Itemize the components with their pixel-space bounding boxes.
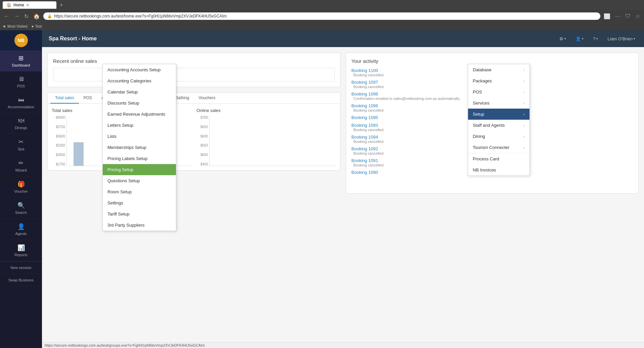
sidebar-item-dashboard[interactable]: ⊞ Dashboard: [0, 50, 42, 72]
sidebar-item-label: Voucher: [14, 189, 28, 193]
user-name-button[interactable]: Liam O'Brien ▾: [605, 35, 637, 43]
star-icon[interactable]: ☆: [634, 12, 641, 20]
dropdown-item-packages[interactable]: Packages ›: [468, 75, 530, 86]
dropdown-item-services[interactable]: Services ›: [468, 98, 530, 109]
sidebar-item-label: Wizard: [15, 168, 27, 172]
sidebar-item-spa[interactable]: ✂ Spa: [0, 134, 42, 155]
help-icon: ?: [593, 36, 595, 41]
submenu-item-pricing-labels-setup[interactable]: Pricing Labels Setup: [103, 153, 176, 164]
accommodation-icon: 🛏: [18, 96, 24, 104]
submenu-item-accounting-accounts-setup[interactable]: Accounting Accounts Setup: [103, 64, 176, 75]
header-actions: ⚙ ▾ 👤 ▾ ? ▾ Liam O'Brien ▾: [557, 35, 637, 43]
reports-icon: 📊: [17, 244, 25, 252]
chevron-down-icon: ▾: [596, 37, 598, 40]
submenu-item-pricing-setup[interactable]: Pricing Setup: [103, 164, 176, 175]
bookmark-most-visited[interactable]: ★ Most Visited: [3, 24, 28, 29]
dropdown-item-staff-agents[interactable]: Staff and Agents ›: [468, 120, 530, 131]
submenu-item-memberships-setup[interactable]: Memberships Setup: [103, 142, 176, 153]
dropdown-item-pos[interactable]: POS ›: [468, 86, 530, 98]
dropdown-item-tourism-connecter[interactable]: Tourism Connecter ›: [468, 142, 530, 153]
home-button[interactable]: 🏠: [32, 12, 41, 20]
new-tab-button[interactable]: +: [58, 1, 65, 9]
pos-icon: 🖥: [18, 76, 24, 83]
dashboard-icon: ⊞: [18, 54, 24, 62]
browser-titlebar: 🏠 Home ✕ +: [0, 0, 644, 10]
url-bar[interactable]: 🔒 https://secure.netbookings.com.au/test…: [43, 12, 600, 20]
browser-toolbar: ← → ↻ 🏠 🔒 https://secure.netbookings.com…: [0, 10, 644, 22]
app-name: Spa Resort: [49, 36, 77, 41]
user-menu-button[interactable]: 👤 ▾: [573, 35, 586, 43]
ssl-lock-icon: 🔒: [47, 14, 52, 18]
main-area: Spa Resort - Home ⚙ ▾ 👤 ▾ ? ▾ Liam: [42, 30, 644, 348]
sidebar-item-new-session[interactable]: New session: [0, 261, 42, 274]
bookmark-test[interactable]: ● Test: [32, 24, 42, 28]
user-icon: 👤: [576, 36, 581, 41]
back-button[interactable]: ←: [3, 12, 11, 20]
forward-button[interactable]: →: [13, 12, 21, 20]
gear-dropdown-menu: Database › Packages › POS › Services ›: [468, 64, 530, 176]
more-button[interactable]: ⋯: [614, 12, 622, 20]
browser-tab[interactable]: 🏠 Home ✕: [3, 1, 56, 9]
sidebar-item-agents[interactable]: 👤 Agents: [0, 219, 42, 240]
user-name-label: Liam O'Brien: [607, 36, 633, 41]
search-icon: 🔍: [17, 202, 25, 209]
submenu-item-3rd-party-suppliers[interactable]: 3rd Party Suppliers: [103, 220, 176, 231]
submenu-item-letters-setup[interactable]: Letters Setup: [103, 120, 176, 131]
help-menu-button[interactable]: ? ▾: [591, 35, 600, 43]
sidebar-item-voucher[interactable]: 🎁 Voucher: [0, 177, 42, 198]
chevron-down-icon: ▾: [564, 37, 566, 40]
sidebar-item-accommodation[interactable]: 🛏 Accommodation: [0, 92, 42, 113]
submenu-item-questions-setup[interactable]: Questions Setup: [103, 175, 176, 186]
sidebar-item-reports[interactable]: 📊 Reports: [0, 240, 42, 261]
sidebar-item-label: Agents: [15, 232, 27, 236]
chevron-down-icon: ▾: [634, 37, 635, 40]
sidebar-item-pos[interactable]: 🖥 POS: [0, 72, 42, 92]
submenu-item-settings[interactable]: Settings: [103, 197, 176, 208]
sidebar-nav: ⊞ Dashboard 🖥 POS 🛏 Accommodation 🍽 Dini…: [0, 50, 42, 286]
header-separator: -: [79, 36, 82, 41]
sidebar-item-search[interactable]: 🔍 Search: [0, 198, 42, 219]
chevron-down-icon: ▾: [582, 37, 584, 40]
sidebar-item-swap-business[interactable]: Swap Business: [0, 274, 42, 286]
submenu-item-accounting-categories[interactable]: Accounting Categories: [103, 75, 176, 86]
submenu-item-tariff-setup[interactable]: Tariff Setup: [103, 208, 176, 220]
dinings-icon: 🍽: [18, 117, 24, 124]
setup-submenu: Accounting Accounts Setup Accounting Cat…: [102, 64, 176, 231]
sidebar: NB ⊞ Dashboard 🖥 POS 🛏 Accommodation 🍽 D…: [0, 30, 42, 348]
submenu-item-calendar-setup[interactable]: Calendar Setup: [103, 86, 176, 98]
sidebar-logo: NB: [0, 30, 42, 50]
submenu-item-earned-revenue-adjustments[interactable]: Earned Revenue Adjustments: [103, 109, 176, 120]
dropdown-overlay: Database › Packages › POS › Services ›: [42, 47, 644, 342]
dropdown-item-nb-invoices[interactable]: NB Invoices: [468, 164, 530, 176]
sidebar-item-label: Reports: [14, 253, 28, 257]
sidebar-item-dinings[interactable]: 🍽 Dinings: [0, 113, 42, 134]
dropdown-item-setup[interactable]: Setup ›: [468, 109, 530, 120]
sidebar-item-label: Dashboard: [12, 63, 30, 67]
arrow-icon: ›: [523, 68, 525, 72]
app-layout: NB ⊞ Dashboard 🖥 POS 🛏 Accommodation 🍽 D…: [0, 30, 644, 348]
bookmark-label: Most Visited: [7, 24, 28, 28]
dropdown-item-dining[interactable]: Dining ›: [468, 131, 530, 142]
arrow-icon: ›: [523, 134, 525, 139]
submenu-item-discounts-setup[interactable]: Discounts Setup: [103, 98, 176, 109]
sidebar-item-label: Accommodation: [8, 105, 34, 109]
submenu-item-lists[interactable]: Lists: [103, 131, 176, 142]
browser-chrome: 🏠 Home ✕ + ← → ↻ 🏠 🔒 https://secure.netb…: [0, 0, 644, 30]
bookmark-icon: ★: [3, 24, 6, 29]
tab-title: Home: [13, 3, 24, 7]
content-area: Recent online sales Total sales POS Acco…: [42, 47, 644, 342]
reader-view-button[interactable]: ⬜: [602, 12, 612, 20]
submenu-item-room-setup[interactable]: Room Setup: [103, 186, 176, 197]
shield-icon[interactable]: 🛡: [624, 12, 632, 20]
arrow-icon: ›: [523, 146, 525, 150]
sidebar-item-label: Dinings: [15, 126, 27, 130]
voucher-icon: 🎁: [17, 181, 25, 188]
arrow-icon: ›: [523, 90, 525, 94]
tab-close-button[interactable]: ✕: [26, 3, 29, 7]
refresh-button[interactable]: ↻: [23, 12, 30, 20]
settings-menu-button[interactable]: ⚙ ▾: [557, 35, 568, 43]
dropdown-item-database[interactable]: Database ›: [468, 64, 530, 75]
dropdown-item-process-card[interactable]: Process Card: [468, 153, 530, 164]
sidebar-item-wizard[interactable]: ✏ Wizard: [0, 155, 42, 177]
status-bar: https://secure.netbookings.com.au/test/g…: [42, 342, 644, 348]
